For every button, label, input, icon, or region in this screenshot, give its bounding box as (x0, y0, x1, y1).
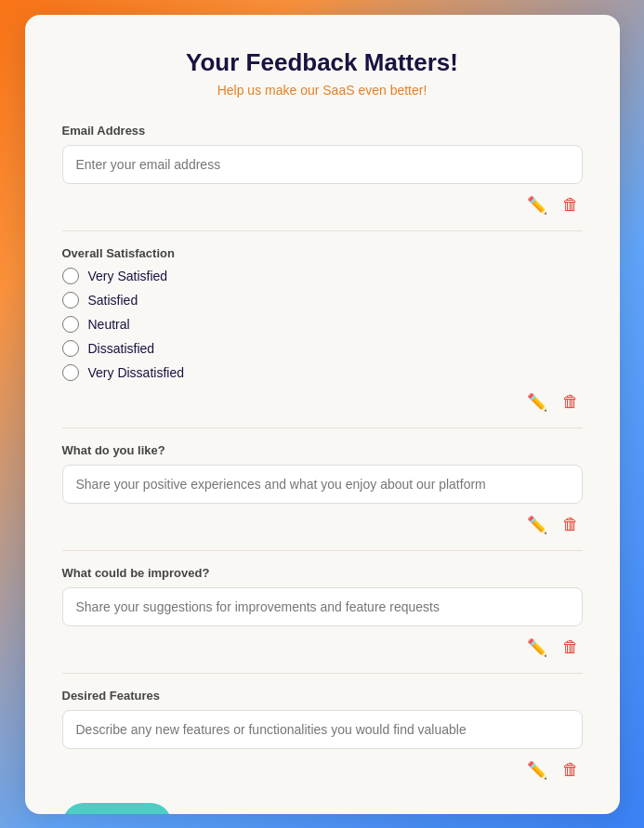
satisfaction-edit-button[interactable]: ✏️ (523, 388, 551, 416)
satisfaction-label: Overall Satisfaction (62, 246, 583, 260)
features-edit-button[interactable]: ✏️ (523, 756, 551, 784)
feedback-card: Your Feedback Matters! Help us make our … (25, 15, 620, 814)
likes-actions: ✏️ 🗑 (62, 511, 583, 539)
radio-very-dissatisfied[interactable] (62, 364, 79, 381)
likes-label: What do you like? (62, 443, 583, 457)
radio-label-very-dissatisfied: Very Dissatisfied (88, 365, 184, 380)
edit-icon-2: ✏️ (527, 392, 547, 413)
radio-option-dissatisfied[interactable]: Dissatisfied (62, 340, 583, 357)
divider-2 (62, 427, 583, 428)
email-actions: ✏️ 🗑 (62, 191, 583, 219)
form-subtitle: Help us make our SaaS even better! (62, 83, 583, 98)
radio-satisfied[interactable] (62, 292, 79, 309)
radio-option-neutral[interactable]: Neutral (62, 316, 583, 333)
email-label: Email Address (62, 124, 583, 138)
edit-icon-4: ✏️ (527, 637, 547, 658)
edit-icon: ✏️ (527, 195, 547, 216)
satisfaction-actions: ✏️ 🗑 (62, 388, 583, 416)
edit-icon-5: ✏️ (527, 760, 547, 781)
trash-icon-4: 🗑 (562, 637, 579, 657)
divider-4 (62, 673, 583, 674)
likes-delete-button[interactable]: 🗑 (559, 511, 583, 539)
email-input[interactable] (62, 145, 583, 184)
likes-section: What do you like? ✏️ 🗑 (62, 443, 583, 539)
radio-label-neutral: Neutral (88, 317, 130, 332)
email-section: Email Address ✏️ 🗑 (62, 124, 583, 219)
improvements-edit-button[interactable]: ✏️ (523, 634, 551, 662)
submit-button[interactable]: Submit (62, 803, 172, 814)
radio-label-dissatisfied: Dissatisfied (88, 341, 155, 356)
satisfaction-section: Overall Satisfaction Very Satisfied Sati… (62, 246, 583, 416)
radio-option-very-satisfied[interactable]: Very Satisfied (62, 268, 583, 284)
satisfaction-radio-group: Very Satisfied Satisfied Neutral Dissati… (62, 268, 583, 381)
email-delete-button[interactable]: 🗑 (559, 191, 583, 219)
likes-input[interactable] (62, 465, 583, 504)
radio-option-satisfied[interactable]: Satisfied (62, 292, 583, 309)
satisfaction-delete-button[interactable]: 🗑 (559, 388, 583, 416)
radio-very-satisfied[interactable] (62, 268, 79, 284)
trash-icon: 🗑 (562, 195, 579, 215)
features-delete-button[interactable]: 🗑 (559, 756, 583, 784)
trash-icon-5: 🗑 (562, 760, 579, 780)
radio-label-very-satisfied: Very Satisfied (88, 269, 168, 283)
email-edit-button[interactable]: ✏️ (523, 191, 551, 219)
improvements-actions: ✏️ 🗑 (62, 634, 583, 662)
likes-edit-button[interactable]: ✏️ (523, 511, 551, 539)
divider-1 (62, 230, 583, 231)
radio-dissatisfied[interactable] (62, 340, 79, 357)
features-actions: ✏️ 🗑 (62, 756, 583, 784)
improvements-delete-button[interactable]: 🗑 (559, 634, 583, 662)
improvements-input[interactable] (62, 587, 583, 626)
form-header: Your Feedback Matters! Help us make our … (62, 48, 583, 98)
divider-3 (62, 550, 583, 551)
trash-icon-3: 🗑 (562, 515, 579, 534)
radio-label-satisfied: Satisfied (88, 293, 138, 308)
features-section: Desired Features ✏️ 🗑 (62, 689, 583, 784)
radio-neutral[interactable] (62, 316, 79, 333)
improvements-label: What could be improved? (62, 566, 583, 580)
features-label: Desired Features (62, 689, 583, 703)
radio-option-very-dissatisfied[interactable]: Very Dissatisfied (62, 364, 583, 381)
form-title: Your Feedback Matters! (62, 48, 583, 77)
improvements-section: What could be improved? ✏️ 🗑 (62, 566, 583, 662)
trash-icon-2: 🗑 (562, 392, 579, 412)
features-input[interactable] (62, 710, 583, 749)
edit-icon-3: ✏️ (527, 515, 547, 535)
